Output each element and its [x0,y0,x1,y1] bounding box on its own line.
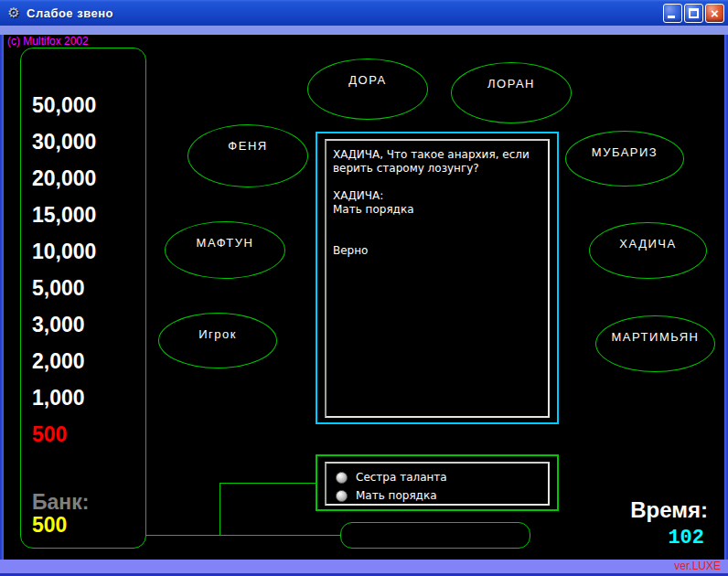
maximize-button[interactable] [684,4,703,23]
money-step: 50,000 [32,87,96,123]
money-step: 1,000 [32,379,96,416]
app-window: ⚙ Слабое звено × ver.LUXE (c) Multifox 2… [0,0,728,576]
player-fenya[interactable]: ФЕНЯ [187,124,308,187]
titlebar[interactable]: ⚙ Слабое звено × [0,0,728,26]
money-step: 2,000 [32,343,96,379]
answer-options-panel: Сестра таланта Мать порядка [316,454,559,511]
option-label: Мать порядка [356,489,437,502]
money-step: 15,000 [32,197,96,233]
close-button[interactable]: × [705,4,724,23]
player-loran[interactable]: ЛОРАН [451,62,572,123]
question-text: ХАДИЧА, Что такое анархия, если верить с… [333,148,541,176]
money-step-current: 500 [32,416,96,453]
option-sestra-talanta[interactable]: Сестра таланта [336,468,548,486]
window-top-strip [0,26,728,35]
radio-icon[interactable] [336,490,348,502]
money-step: 10,000 [32,233,96,270]
money-step: 30,000 [32,123,96,160]
question-panel: ХАДИЧА, Что такое анархия, если верить с… [316,132,559,424]
money-ladder-panel: 50,000 30,000 20,000 15,000 10,000 5,000… [20,48,146,549]
minimize-icon [668,16,675,18]
money-step: 3,000 [32,306,96,343]
verdict-text: Верно [333,244,541,258]
bank-block: Банк: 500 [32,491,89,537]
bank-label: Банк: [32,491,89,514]
timer-label: Время: [630,497,708,523]
window-border-right [724,35,728,560]
player-mubariz[interactable]: МУБАРИЗ [565,131,684,187]
player-khadicha[interactable]: ХАДИЧА [589,222,707,279]
player-martimyan[interactable]: МАРТИМЬЯН [595,315,715,372]
player-maftun[interactable]: МАФТУН [165,221,285,279]
answer-speaker: ХАДИЧА: [333,189,541,203]
money-step: 5,000 [32,270,96,306]
bank-value: 500 [32,514,89,537]
radio-icon[interactable] [336,472,348,484]
connector-line-to-options [219,483,316,484]
given-answer: Мать порядка [333,203,541,217]
option-label: Сестра таланта [356,471,447,484]
copyright-label: (c) Multifox 2002 [7,35,89,48]
answer-options-box: Сестра таланта Мать порядка [325,462,550,506]
version-label: ver.LUXE [674,560,721,572]
connector-line-vertical [219,483,220,536]
maximize-icon [689,8,699,18]
connector-line-horizontal [146,535,340,536]
minimize-button[interactable] [663,4,682,23]
player-igrok[interactable]: Игрок [158,313,277,368]
question-text-box: ХАДИЧА, Что такое анархия, если верить с… [325,139,550,418]
chain-display-box [340,522,530,549]
money-step: 20,000 [32,160,96,197]
game-area: (c) Multifox 2002 50,000 30,000 20,000 1… [4,35,724,560]
player-dora[interactable]: ДОРА [307,59,428,120]
option-mat-poryadka[interactable]: Мать порядка [336,486,548,505]
window-bottom-strip: ver.LUXE [0,560,728,576]
gear-icon: ⚙ [5,5,22,21]
timer-value: 102 [668,527,704,549]
close-icon: × [706,5,723,22]
window-title: Слабое звено [27,6,661,20]
money-ladder: 50,000 30,000 20,000 15,000 10,000 5,000… [32,87,96,453]
